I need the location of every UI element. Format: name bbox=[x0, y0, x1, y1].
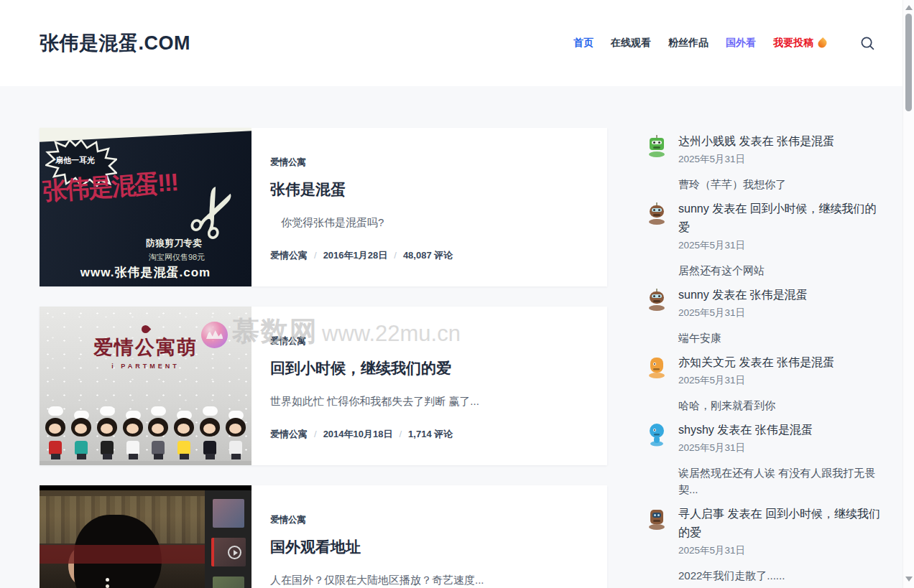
site-title[interactable]: 张伟是混蛋.COM bbox=[40, 30, 190, 56]
playlist-strip bbox=[205, 490, 251, 588]
comment-date: 2025年5月31日 bbox=[678, 238, 882, 253]
chibi-figure bbox=[147, 416, 169, 459]
flame-icon bbox=[816, 37, 828, 50]
comment-action: 发表在 bbox=[712, 202, 747, 215]
comment-action: 发表在 bbox=[712, 289, 747, 301]
scrollbar-thumb[interactable] bbox=[905, 14, 912, 111]
comment-action: 发表在 bbox=[739, 135, 773, 147]
post-thumbnail[interactable]: 爱情公寓萌 i PARTMENT bbox=[40, 307, 251, 465]
comment-author-link[interactable]: 亦知关文元 bbox=[678, 356, 736, 368]
post-card: 爱情公寓 国外观看地址 人在国外？仅限在大陆地区播放？奇艺速度... bbox=[40, 485, 607, 588]
post-list: 扇他一耳光 张伟是混蛋!!! ✂ 防狼剪刀专卖 淘宝网仅售98元 www.张伟是… bbox=[40, 128, 607, 588]
nav-item-fan-works[interactable]: 粉丝作品 bbox=[668, 37, 708, 50]
comment-author-link[interactable]: sunny bbox=[678, 289, 709, 301]
post-category[interactable]: 爱情公寓 bbox=[270, 336, 306, 346]
comment-text: 端午安康 bbox=[678, 330, 882, 346]
comment-post-link[interactable]: 张伟是混蛋 bbox=[777, 356, 834, 368]
comment-header: 寻人启事 发表在 回到小时候，继续我们的爱 bbox=[678, 505, 882, 542]
monster-avatar-icon bbox=[645, 287, 669, 312]
comment-post-link[interactable]: 张伟是混蛋 bbox=[777, 135, 834, 147]
comment-post-link[interactable]: 张伟是混蛋 bbox=[750, 289, 808, 301]
nav-item-submit-label: 我要投稿 bbox=[773, 37, 813, 50]
post-excerpt: 世界如此忙 忙得你和我都失去了判断 赢了... bbox=[270, 393, 586, 410]
heart-icon bbox=[140, 324, 152, 335]
comment-header: 亦知关文元 发表在 张伟是混蛋 bbox=[678, 353, 882, 372]
chibi-figure bbox=[96, 416, 118, 459]
comment-date: 2025年5月31日 bbox=[678, 306, 882, 320]
comment-date: 2025年5月31日 bbox=[678, 441, 882, 455]
comment-header: shyshy 发表在 张伟是混蛋 bbox=[678, 421, 882, 439]
post-thumbnail[interactable]: 扇他一耳光 张伟是混蛋!!! ✂ 防狼剪刀专卖 淘宝网仅售98元 www.张伟是… bbox=[40, 128, 251, 286]
ipartment-logo: 爱情公寓萌 i PARTMENT bbox=[40, 325, 251, 370]
comment-author-link[interactable]: 寻人启事 bbox=[678, 508, 724, 520]
main-content: 扇他一耳光 张伟是混蛋!!! ✂ 防狼剪刀专卖 淘宝网仅售98元 www.张伟是… bbox=[0, 86, 914, 588]
comment-text: 诶居然现在还有人诶 有没有人跟我打无畏契... bbox=[678, 465, 882, 498]
nav-item-overseas[interactable]: 国外看 bbox=[726, 37, 756, 50]
poster-site-url: www.张伟是混蛋.com bbox=[40, 264, 251, 281]
sidebar-recent-comments: 达州小贱贱 发表在 张伟是混蛋 2025年5月31日 曹玲（芊芊）我想你了 su… bbox=[645, 128, 882, 588]
post-title[interactable]: 回到小时候，继续我们的爱 bbox=[270, 358, 586, 378]
meta-separator: / bbox=[314, 250, 317, 261]
post-content: 爱情公寓 回到小时候，继续我们的爱 世界如此忙 忙得你和我都失去了判断 赢了..… bbox=[251, 307, 607, 465]
meta-category-link[interactable]: 爱情公寓 bbox=[270, 429, 308, 439]
meta-date: 2014年10月18日 bbox=[323, 429, 393, 439]
monster-avatar-icon bbox=[645, 422, 669, 447]
nav-item-home[interactable]: 首页 bbox=[573, 37, 594, 50]
post-excerpt: 你觉得张伟是混蛋吗? bbox=[270, 215, 586, 231]
play-icon bbox=[228, 546, 241, 559]
comment-item: 达州小贱贱 发表在 张伟是混蛋 2025年5月31日 曹玲（芊芊）我想你了 bbox=[645, 132, 882, 192]
meta-comments-link[interactable]: 1,714 评论 bbox=[408, 429, 453, 439]
comment-date: 2025年5月31日 bbox=[678, 373, 882, 388]
chibi-figure bbox=[225, 416, 246, 459]
page: 张伟是混蛋.COM 首页 在线观看 粉丝作品 国外看 我要投稿 扇他一耳光 张伟… bbox=[0, 0, 914, 588]
site-header: 张伟是混蛋.COM 首页 在线观看 粉丝作品 国外看 我要投稿 bbox=[0, 0, 914, 86]
post-title[interactable]: 国外观看地址 bbox=[270, 537, 586, 557]
chibi-characters-row bbox=[40, 416, 251, 459]
nav-item-watch-online[interactable]: 在线观看 bbox=[611, 37, 651, 50]
chibi-figure bbox=[173, 416, 195, 459]
post-category[interactable]: 爱情公寓 bbox=[270, 515, 306, 525]
post-category[interactable]: 爱情公寓 bbox=[270, 157, 306, 167]
scrollbar[interactable] bbox=[903, 0, 914, 588]
monster-avatar-icon bbox=[645, 506, 669, 531]
nav-item-submit[interactable]: 我要投稿 bbox=[773, 37, 826, 50]
comment-date: 2025年5月31日 bbox=[678, 543, 882, 558]
meta-date: 2016年1月28日 bbox=[323, 250, 388, 261]
comment-text: 居然还有这个网站 bbox=[678, 262, 882, 279]
post-card: 爱情公寓萌 i PARTMENT bbox=[40, 307, 607, 465]
main-nav: 首页 在线观看 粉丝作品 国外看 我要投稿 bbox=[573, 35, 897, 51]
playlist-thumbnail-active bbox=[211, 538, 246, 566]
comment-post-link[interactable]: 张伟是混蛋 bbox=[755, 424, 813, 436]
floor-strip bbox=[40, 461, 251, 465]
monster-avatar-icon bbox=[645, 355, 669, 379]
comment-header: sunny 发表在 回到小时候，继续我们的爱 bbox=[678, 200, 882, 237]
comment-header: sunny 发表在 张伟是混蛋 bbox=[678, 286, 882, 304]
scrollbar-up-arrow[interactable] bbox=[905, 5, 913, 10]
comment-author-link[interactable]: sunny bbox=[678, 202, 709, 215]
comment-author-link[interactable]: shyshy bbox=[678, 424, 714, 436]
comment-text: 曹玲（芊芊）我想你了 bbox=[678, 176, 882, 192]
monster-avatar-icon bbox=[645, 201, 669, 225]
ipartment-logo-subtext: i PARTMENT bbox=[40, 363, 251, 370]
monster-avatar-icon bbox=[645, 134, 669, 158]
chibi-figure bbox=[122, 416, 144, 459]
playlist-thumbnail bbox=[213, 499, 244, 528]
post-meta: 爱情公寓/2016年1月28日/48,087 评论 bbox=[270, 249, 586, 262]
comment-text: 2022年我们走散了...... bbox=[678, 567, 882, 584]
comment-item: 亦知关文元 发表在 张伟是混蛋 2025年5月31日 哈哈，刚来就看到你 bbox=[645, 353, 882, 414]
post-meta: 爱情公寓/2014年10月18日/1,714 评论 bbox=[270, 428, 586, 441]
comment-header: 达州小贱贱 发表在 张伟是混蛋 bbox=[678, 132, 882, 151]
chibi-figure bbox=[70, 416, 92, 459]
post-title[interactable]: 张伟是混蛋 bbox=[270, 179, 586, 200]
chibi-figure bbox=[199, 416, 221, 459]
search-icon[interactable] bbox=[859, 35, 875, 51]
scrollbar-down-arrow[interactable] bbox=[905, 577, 913, 582]
post-thumbnail[interactable] bbox=[40, 485, 251, 588]
meta-category-link[interactable]: 爱情公寓 bbox=[270, 250, 308, 261]
video-scene bbox=[40, 490, 205, 588]
post-card: 扇他一耳光 张伟是混蛋!!! ✂ 防狼剪刀专卖 淘宝网仅售98元 www.张伟是… bbox=[40, 128, 607, 286]
meta-comments-link[interactable]: 48,087 评论 bbox=[403, 250, 453, 261]
comment-author-link[interactable]: 达州小贱贱 bbox=[678, 135, 736, 147]
comment-item: sunny 发表在 回到小时候，继续我们的爱 2025年5月31日 居然还有这个… bbox=[645, 200, 882, 279]
meta-separator: / bbox=[399, 429, 402, 439]
